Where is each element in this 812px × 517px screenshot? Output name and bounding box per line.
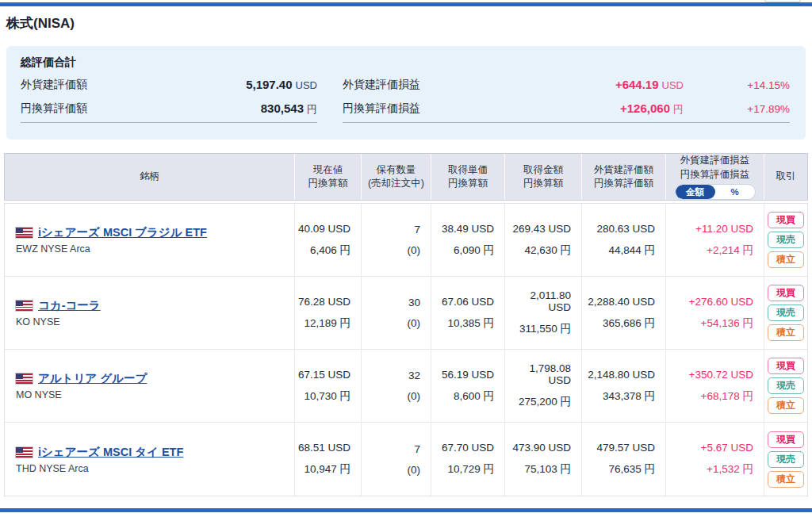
summary-row-foreign-value: 外貨建評価額 5,197.40USD bbox=[21, 73, 317, 97]
accumulate-button[interactable]: 積立 bbox=[768, 397, 804, 414]
cash-sell-button[interactable]: 現売 bbox=[768, 451, 804, 468]
unit-cost-cell: 67.70 USD 10,729 円 bbox=[431, 423, 505, 496]
stock-link[interactable]: iシェアーズ MSCI ブラジル ETF bbox=[38, 225, 207, 240]
top-accent-line bbox=[0, 2, 812, 6]
unit-cost-cell: 38.49 USD 6,090 円 bbox=[431, 204, 505, 276]
acquisition-amount-cell: 2,011.80 USD 311,550 円 bbox=[505, 277, 582, 349]
valuation-cell: 2,148.80 USD 343,378 円 bbox=[582, 350, 666, 422]
toggle-amount-segment[interactable]: 金額 bbox=[676, 185, 715, 199]
valuation-cell: 2,288.40 USD 365,686 円 bbox=[582, 277, 666, 349]
summary-row-foreign-gain: 外貨建評価損益 +644.19USD +14.15% bbox=[343, 73, 790, 97]
us-flag-icon bbox=[16, 301, 33, 311]
holding-row: アルトリア グループ MO NYSE 67.15 USD 10,730 円 32… bbox=[5, 350, 807, 423]
summary-label: 円換算評価額 bbox=[21, 101, 261, 116]
valuation-cell: 479.57 USD 76,635 円 bbox=[582, 423, 666, 496]
cash-buy-button[interactable]: 現買 bbox=[768, 212, 804, 228]
summary-gain-unit: 円 bbox=[673, 103, 684, 115]
summary-row-yen-gain: 円換算評価損益 +126,060円 +17.89% bbox=[343, 97, 790, 121]
column-header-valuation: 外貨建評価額 円換算評価額 bbox=[582, 154, 666, 200]
stock-name-cell: コカ-コーラ KO NYSE bbox=[5, 277, 295, 349]
holdings-table: 銘柄 現在値 円換算額 保有数量 (売却注文中) 取得単価 円換算額 取得金額 … bbox=[4, 153, 808, 496]
column-header-trade: 取引 bbox=[764, 154, 807, 200]
unit-cost-cell: 56.19 USD 8,600 円 bbox=[431, 350, 505, 422]
summary-gain-percent: +17.89% bbox=[684, 103, 790, 115]
trade-actions-cell: 現買 現売 積立 bbox=[764, 350, 807, 422]
quantity-cell: 7 (0) bbox=[362, 204, 431, 276]
ticker-exchange: THD NYSE Arca bbox=[16, 463, 294, 474]
ticker-exchange: KO NYSE bbox=[16, 316, 294, 327]
stock-link[interactable]: コカ-コーラ bbox=[38, 298, 101, 313]
summary-gain-value: +126,060 bbox=[620, 101, 670, 115]
ticker-exchange: MO NYSE bbox=[16, 389, 294, 400]
holding-row: iシェアーズ MSCI タイ ETF THD NYSE Arca 68.51 U… bbox=[5, 423, 807, 496]
cash-buy-button[interactable]: 現買 bbox=[768, 431, 804, 448]
trade-actions-cell: 現買 現売 積立 bbox=[764, 423, 807, 496]
summary-row-yen-value: 円換算評価額 830,543円 bbox=[21, 97, 317, 121]
gainloss-cell: +350.72 USD +68,178 円 bbox=[666, 350, 764, 422]
current-price-cell: 67.15 USD 10,730 円 bbox=[295, 350, 362, 422]
summary-label: 外貨建評価損益 bbox=[343, 78, 615, 92]
us-flag-icon bbox=[16, 447, 33, 458]
current-price-cell: 76.28 USD 12,189 円 bbox=[295, 277, 362, 349]
stock-name-cell: iシェアーズ MSCI ブラジル ETF EWZ NYSE Arca bbox=[5, 204, 295, 276]
summary-label: 外貨建評価額 bbox=[21, 78, 246, 92]
column-header-name: 銘柄 bbox=[5, 154, 295, 200]
holding-row: iシェアーズ MSCI ブラジル ETF EWZ NYSE Arca 40.09… bbox=[5, 204, 807, 277]
stock-name-cell: iシェアーズ MSCI タイ ETF THD NYSE Arca bbox=[5, 423, 295, 496]
holdings-table-header: 銘柄 現在値 円換算額 保有数量 (売却注文中) 取得単価 円換算額 取得金額 … bbox=[4, 153, 808, 201]
quantity-cell: 30 (0) bbox=[362, 277, 431, 349]
summary-gainloss-column: 外貨建評価損益 +644.19USD +14.15% 円換算評価損益 +126,… bbox=[343, 73, 790, 123]
summary-valuation-column: 外貨建評価額 5,197.40USD 円換算評価額 830,543円 bbox=[21, 73, 317, 123]
accumulate-button[interactable]: 積立 bbox=[768, 251, 804, 268]
stock-link[interactable]: iシェアーズ MSCI タイ ETF bbox=[38, 445, 183, 460]
cash-sell-button[interactable]: 現売 bbox=[768, 232, 804, 248]
valuation-summary-panel: 総評価合計 外貨建評価額 5,197.40USD 円換算評価額 830,543円… bbox=[6, 46, 806, 140]
summary-title: 総評価合計 bbox=[21, 56, 790, 70]
truncated-top-button bbox=[764, 0, 801, 2]
unit-cost-cell: 67.06 USD 10,385 円 bbox=[431, 277, 505, 349]
trade-actions-cell: 現買 現売 積立 bbox=[764, 204, 807, 276]
accumulate-button[interactable]: 積立 bbox=[768, 324, 804, 341]
quantity-cell: 7 (0) bbox=[362, 423, 431, 496]
cash-sell-button[interactable]: 現売 bbox=[768, 377, 804, 394]
current-price-cell: 68.51 USD 10,947 円 bbox=[295, 423, 362, 496]
trade-actions-cell: 現買 現売 積立 bbox=[764, 277, 807, 349]
summary-gain-value: +644.19 bbox=[615, 78, 659, 91]
gainloss-cell: +5.67 USD +1,532 円 bbox=[666, 423, 764, 496]
page-title: 株式(NISA) bbox=[6, 14, 75, 33]
summary-label: 円換算評価損益 bbox=[343, 101, 620, 116]
stock-name-cell: アルトリア グループ MO NYSE bbox=[5, 350, 295, 422]
stock-link[interactable]: アルトリア グループ bbox=[38, 371, 147, 386]
cash-buy-button[interactable]: 現買 bbox=[768, 285, 804, 301]
summary-unit: 円 bbox=[307, 103, 317, 115]
summary-gain-percent: +14.15% bbox=[684, 79, 790, 91]
current-price-cell: 40.09 USD 6,406 円 bbox=[295, 204, 362, 276]
gainloss-cell: +276.60 USD +54,136 円 bbox=[666, 277, 764, 349]
column-header-quantity: 保有数量 (売却注文中) bbox=[362, 154, 431, 200]
column-header-gainloss: 外貨建評価損益 円換算評価損益 金額 % bbox=[666, 154, 764, 200]
quantity-cell: 32 (0) bbox=[362, 350, 431, 422]
gainloss-cell: +11.20 USD +2,214 円 bbox=[666, 204, 764, 276]
column-header-unit-cost: 取得単価 円換算額 bbox=[431, 154, 505, 200]
us-flag-icon bbox=[16, 228, 33, 238]
summary-value: 5,197.40 bbox=[246, 78, 292, 91]
cash-sell-button[interactable]: 現売 bbox=[768, 304, 804, 321]
summary-value: 830,543 bbox=[261, 101, 304, 115]
bottom-accent-line bbox=[0, 508, 812, 512]
holdings-table-body: iシェアーズ MSCI ブラジル ETF EWZ NYSE Arca 40.09… bbox=[4, 203, 808, 496]
cash-buy-button[interactable]: 現買 bbox=[768, 358, 804, 374]
column-header-acquisition-amount: 取得金額 円換算額 bbox=[505, 154, 582, 200]
us-flag-icon bbox=[16, 373, 33, 384]
acquisition-amount-cell: 473.90 USD 75,103 円 bbox=[505, 423, 582, 496]
column-header-current-price: 現在値 円換算額 bbox=[295, 154, 362, 200]
acquisition-amount-cell: 1,798.08 USD 275,200 円 bbox=[505, 350, 582, 422]
accumulate-button[interactable]: 積立 bbox=[768, 471, 804, 488]
summary-unit: USD bbox=[296, 79, 317, 91]
toggle-percent-segment[interactable]: % bbox=[715, 185, 755, 199]
gain-display-toggle[interactable]: 金額 % bbox=[675, 184, 756, 200]
valuation-cell: 280.63 USD 44,844 円 bbox=[582, 204, 666, 276]
acquisition-amount-cell: 269.43 USD 42,630 円 bbox=[505, 204, 582, 276]
holding-row: コカ-コーラ KO NYSE 76.28 USD 12,189 円 30 (0)… bbox=[5, 277, 807, 350]
ticker-exchange: EWZ NYSE Arca bbox=[16, 243, 294, 255]
summary-gain-unit: USD bbox=[662, 79, 684, 91]
